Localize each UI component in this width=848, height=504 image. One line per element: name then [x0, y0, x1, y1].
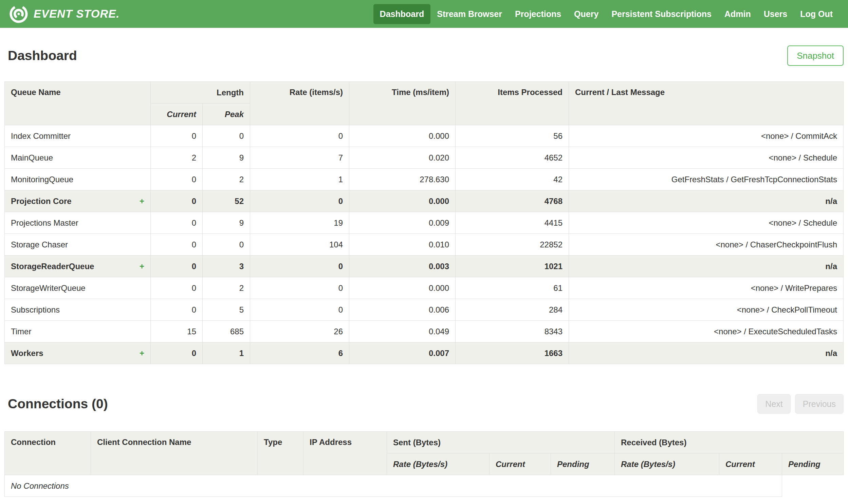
time-cell: 0.007	[349, 342, 455, 364]
col-header-ip-address: IP Address	[304, 432, 387, 475]
table-row: StorageWriterQueue 0 2 0 0.000 61 <none>…	[5, 277, 844, 299]
rate-cell: 19	[250, 212, 349, 234]
items-processed-cell: 284	[455, 299, 569, 321]
table-row: Index Committer 0 0 0 0.000 56 <none> / …	[5, 125, 844, 147]
table-row: MainQueue 2 9 7 0.020 4652 <none> / Sche…	[5, 147, 844, 169]
expand-icon[interactable]: +	[140, 197, 144, 206]
length-current-cell: 0	[151, 342, 203, 364]
queues-table: Queue Name Length Rate (items/s) Time (m…	[4, 82, 844, 364]
rate-cell: 104	[250, 234, 349, 255]
col-header-time: Time (ms/item)	[349, 82, 455, 125]
nav-item-users[interactable]: Users	[757, 4, 794, 24]
rate-cell: 26	[250, 321, 349, 342]
col-header-received-pending: Pending	[782, 453, 844, 475]
length-current-cell: 0	[151, 191, 203, 212]
queue-name-cell: Projections Master	[5, 212, 151, 234]
items-processed-cell: 22852	[455, 234, 569, 255]
length-peak-cell: 2	[203, 277, 250, 299]
main-content: Dashboard Snapshot Queue Name Length Rat…	[0, 46, 848, 497]
length-current-cell: 0	[151, 169, 203, 191]
expand-icon[interactable]: +	[140, 262, 144, 271]
queues-table-body: Index Committer 0 0 0 0.000 56 <none> / …	[5, 125, 844, 364]
col-header-sent-current: Current	[489, 453, 551, 475]
connections-header: Connections (0) Next Previous	[4, 394, 844, 414]
time-cell: 0.000	[349, 125, 455, 147]
time-cell: 0.003	[349, 255, 455, 277]
time-cell: 0.049	[349, 321, 455, 342]
rate-cell: 0	[250, 191, 349, 212]
table-row: Projections Master 0 9 19 0.009 4415 <no…	[5, 212, 844, 234]
time-cell: 0.006	[349, 299, 455, 321]
items-processed-cell: 42	[455, 169, 569, 191]
length-peak-cell: 2	[203, 169, 250, 191]
items-processed-cell: 4415	[455, 212, 569, 234]
connections-table-body: No Connections	[5, 475, 844, 497]
items-processed-cell: 61	[455, 277, 569, 299]
next-button[interactable]: Next	[757, 394, 790, 414]
queue-name-cell: Workers+	[5, 342, 151, 364]
message-cell: <none> / ChaserCheckpointFlush	[569, 234, 844, 255]
table-row: Subscriptions 0 5 0 0.006 284 <none> / C…	[5, 299, 844, 321]
col-header-received-current: Current	[719, 453, 782, 475]
length-peak-cell: 0	[203, 125, 250, 147]
expand-icon[interactable]: +	[140, 348, 144, 358]
col-header-sent-pending: Pending	[551, 453, 615, 475]
rate-cell: 1	[250, 169, 349, 191]
page-header: Dashboard Snapshot	[4, 46, 844, 66]
previous-button[interactable]: Previous	[795, 394, 844, 414]
nav-item-stream-browser[interactable]: Stream Browser	[430, 4, 508, 24]
connections-title: Connections (0)	[8, 396, 108, 411]
length-peak-cell: 5	[203, 299, 250, 321]
nav-item-persistent-subscriptions[interactable]: Persistent Subscriptions	[605, 4, 718, 24]
items-processed-cell: 8343	[455, 321, 569, 342]
brand[interactable]: EVENT STORE.	[9, 4, 120, 24]
time-cell: 0.000	[349, 191, 455, 212]
time-cell: 0.000	[349, 277, 455, 299]
items-processed-cell: 1021	[455, 255, 569, 277]
queues-table-header: Queue Name Length Rate (items/s) Time (m…	[5, 82, 844, 125]
length-peak-cell: 52	[203, 191, 250, 212]
queue-name-cell: Timer	[5, 321, 151, 342]
nav-item-projections[interactable]: Projections	[508, 4, 567, 24]
connections-table: Connection Client Connection Name Type I…	[4, 431, 844, 497]
queue-name-cell: MainQueue	[5, 147, 151, 169]
length-current-cell: 0	[151, 212, 203, 234]
nav-item-admin[interactable]: Admin	[718, 4, 757, 24]
length-peak-cell: 0	[203, 234, 250, 255]
table-row-expandable[interactable]: StorageReaderQueue+ 0 3 0 0.003 1021 n/a	[5, 255, 844, 277]
main-nav: Dashboard Stream Browser Projections Que…	[374, 4, 839, 24]
length-peak-cell: 3	[203, 255, 250, 277]
col-header-length: Length	[151, 82, 250, 104]
logo-text: EVENT STORE.	[34, 7, 120, 20]
table-row-expandable[interactable]: Workers+ 0 1 6 0.007 1663 n/a	[5, 342, 844, 364]
queue-name-cell: Projection Core+	[5, 191, 151, 212]
queue-name-cell: MonitoringQueue	[5, 169, 151, 191]
items-processed-cell: 4652	[455, 147, 569, 169]
rate-cell: 7	[250, 147, 349, 169]
empty-cell	[782, 475, 844, 497]
message-cell: n/a	[569, 255, 844, 277]
items-processed-cell: 1663	[455, 342, 569, 364]
queue-name-cell: Index Committer	[5, 125, 151, 147]
message-cell: n/a	[569, 191, 844, 212]
length-current-cell: 15	[151, 321, 203, 342]
event-store-logo-icon	[9, 4, 29, 24]
rate-cell: 0	[250, 277, 349, 299]
table-row: Timer 15 685 26 0.049 8343 <none> / Exec…	[5, 321, 844, 342]
message-cell: n/a	[569, 342, 844, 364]
connections-table-header: Connection Client Connection Name Type I…	[5, 432, 844, 475]
message-cell: <none> / CommitAck	[569, 125, 844, 147]
col-header-length-current: Current	[151, 104, 203, 125]
time-cell: 0.009	[349, 212, 455, 234]
queue-name-cell: StorageWriterQueue	[5, 277, 151, 299]
nav-item-log-out[interactable]: Log Out	[794, 4, 839, 24]
col-header-received: Received (Bytes)	[615, 432, 844, 453]
col-header-received-rate: Rate (Bytes/s)	[615, 453, 719, 475]
snapshot-button[interactable]: Snapshot	[787, 46, 844, 66]
rate-cell: 6	[250, 342, 349, 364]
nav-item-query[interactable]: Query	[567, 4, 605, 24]
nav-item-dashboard[interactable]: Dashboard	[374, 4, 431, 24]
length-peak-cell: 685	[203, 321, 250, 342]
queue-name-cell: Subscriptions	[5, 299, 151, 321]
table-row-expandable[interactable]: Projection Core+ 0 52 0 0.000 4768 n/a	[5, 191, 844, 212]
